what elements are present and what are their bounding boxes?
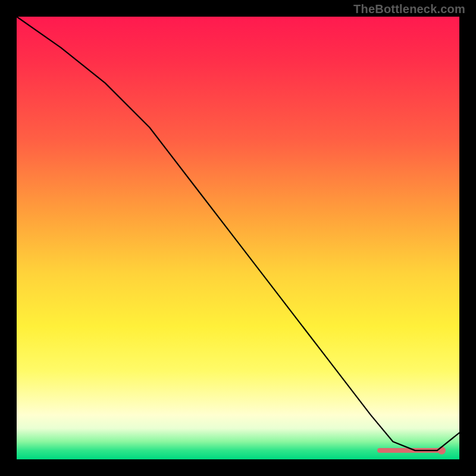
chart-stage: TheBottleneck.com (0, 0, 476, 476)
bottleneck-curve (17, 17, 459, 450)
curve-svg (17, 17, 459, 459)
plot-area (17, 17, 459, 459)
watermark-text: TheBottleneck.com (353, 2, 465, 16)
